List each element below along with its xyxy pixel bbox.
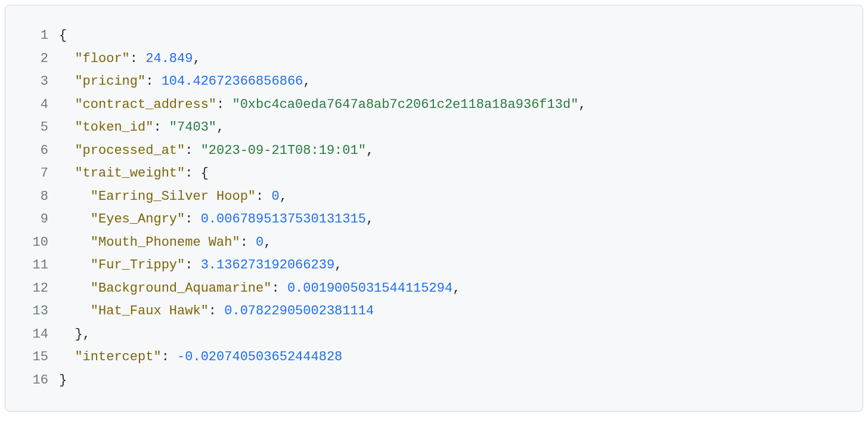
code-content: "Earring_Silver Hoop": 0, <box>59 186 287 209</box>
code-content: "Eyes_Angry": 0.0067895137530131315, <box>59 208 374 231</box>
code-content: "Hat_Faux Hawk": 0.07822905002381114 <box>59 300 374 323</box>
code-line: 5 "token_id": "7403", <box>22 116 846 140</box>
code-block: 1{2 "floor": 24.849,3 "pricing": 104.426… <box>5 5 863 412</box>
code-line: 9 "Eyes_Angry": 0.0067895137530131315, <box>22 208 846 231</box>
code-content: "processed_at": "2023-09-21T08:19:01", <box>59 140 374 163</box>
code-line: 11 "Fur_Trippy": 3.136273192066239, <box>22 254 846 277</box>
code-content: "floor": 24.849, <box>59 48 201 71</box>
line-number: 10 <box>22 231 48 255</box>
code-line: 3 "pricing": 104.42672366856866, <box>22 70 846 94</box>
code-line: 6 "processed_at": "2023-09-21T08:19:01", <box>22 140 846 163</box>
code-line: 2 "floor": 24.849, <box>22 48 846 71</box>
line-number: 15 <box>22 346 48 369</box>
code-content: "Fur_Trippy": 3.136273192066239, <box>59 254 342 277</box>
code-content: }, <box>59 323 91 347</box>
code-line: 1{ <box>22 24 846 48</box>
code-content: "trait_weight": { <box>59 162 209 186</box>
line-number: 16 <box>22 369 48 392</box>
code-content: "intercept": -0.020740503652444828 <box>59 346 342 369</box>
line-number: 7 <box>22 162 48 186</box>
code-content: } <box>59 369 67 392</box>
code-content: "Mouth_Phoneme Wah": 0, <box>59 231 271 255</box>
line-number: 6 <box>22 140 48 163</box>
line-number: 1 <box>22 24 48 48</box>
line-number: 5 <box>22 116 48 140</box>
code-line: 13 "Hat_Faux Hawk": 0.07822905002381114 <box>22 300 846 323</box>
code-line: 10 "Mouth_Phoneme Wah": 0, <box>22 231 846 255</box>
code-content: "Background_Aquamarine": 0.0019005031544… <box>59 277 460 301</box>
line-number: 8 <box>22 186 48 209</box>
code-line: 14 }, <box>22 323 846 347</box>
line-number: 4 <box>22 94 48 117</box>
code-content: "pricing": 104.42672366856866, <box>59 70 311 94</box>
line-number: 14 <box>22 323 48 347</box>
line-number: 9 <box>22 208 48 231</box>
code-line: 4 "contract_address": "0xbc4ca0eda7647a8… <box>22 94 846 117</box>
line-number: 12 <box>22 277 48 301</box>
code-content: "token_id": "7403", <box>59 116 224 140</box>
line-number: 13 <box>22 300 48 323</box>
code-line: 8 "Earring_Silver Hoop": 0, <box>22 186 846 209</box>
line-number: 2 <box>22 48 48 71</box>
code-content: { <box>59 24 67 48</box>
code-line: 12 "Background_Aquamarine": 0.0019005031… <box>22 277 846 301</box>
code-line: 7 "trait_weight": { <box>22 162 846 186</box>
code-line: 16} <box>22 369 846 392</box>
line-number: 11 <box>22 254 48 277</box>
code-content: "contract_address": "0xbc4ca0eda7647a8ab… <box>59 94 587 117</box>
line-number: 3 <box>22 70 48 94</box>
code-line: 15 "intercept": -0.020740503652444828 <box>22 346 846 369</box>
